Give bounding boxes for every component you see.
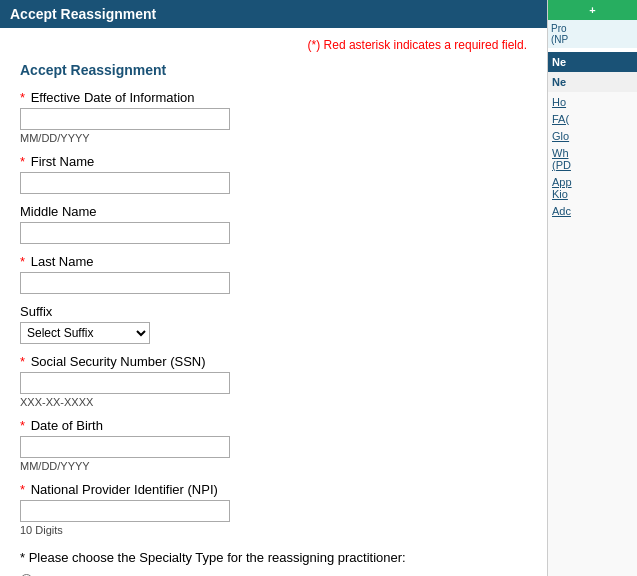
suffix-label: Suffix — [20, 304, 527, 319]
sidebar-link-adc[interactable]: Adc — [552, 205, 633, 217]
ssn-input[interactable] — [20, 372, 230, 394]
suffix-group: Suffix Select Suffix Jr. Sr. II III IV — [20, 304, 527, 344]
dob-hint: MM/DD/YYYY — [20, 460, 527, 472]
middle-name-input[interactable] — [20, 222, 230, 244]
sidebar-link-ho[interactable]: Ho — [552, 96, 633, 108]
last-name-label: * Last Name — [20, 254, 527, 269]
sidebar-add-button[interactable]: + — [548, 0, 637, 20]
sidebar-news-label: Ne — [548, 72, 637, 92]
sidebar-link-faq[interactable]: FA( — [552, 113, 633, 125]
specialty-section: * Please choose the Specialty Type for t… — [20, 550, 527, 576]
dob-input[interactable] — [20, 436, 230, 458]
ssn-label: * Social Security Number (SSN) — [20, 354, 527, 369]
last-name-input[interactable] — [20, 272, 230, 294]
effective-date-label: * Effective Date of Information — [20, 90, 527, 105]
right-sidebar: + Pro(NP Ne Ne Ho FA( Glo Wh(PD AppKio A… — [547, 0, 637, 576]
effective-date-input[interactable] — [20, 108, 230, 130]
sidebar-link-app[interactable]: AppKio — [552, 176, 633, 200]
main-content: Accept Reassignment (*) Red asterisk ind… — [0, 0, 547, 576]
sidebar-pro-npi: Pro(NP — [548, 20, 637, 48]
effective-date-hint: MM/DD/YYYY — [20, 132, 527, 144]
required-star-ssn: * — [20, 354, 25, 369]
middle-name-group: Middle Name — [20, 204, 527, 244]
suffix-select[interactable]: Select Suffix Jr. Sr. II III IV — [20, 322, 150, 344]
page-header: Accept Reassignment — [0, 0, 547, 28]
required-star-effective: * — [20, 90, 25, 105]
page-title: Accept Reassignment — [10, 6, 156, 22]
effective-date-group: * Effective Date of Information MM/DD/YY… — [20, 90, 527, 144]
last-name-group: * Last Name — [20, 254, 527, 294]
ssn-group: * Social Security Number (SSN) XXX-XX-XX… — [20, 354, 527, 408]
required-star-lastname: * — [20, 254, 25, 269]
required-star-npi: * — [20, 482, 25, 497]
required-star-firstname: * — [20, 154, 25, 169]
middle-name-label: Middle Name — [20, 204, 527, 219]
npi-input[interactable] — [20, 500, 230, 522]
first-name-label: * First Name — [20, 154, 527, 169]
form-container: (*) Red asterisk indicates a required fi… — [0, 28, 547, 576]
dob-group: * Date of Birth MM/DD/YYYY — [20, 418, 527, 472]
first-name-input[interactable] — [20, 172, 230, 194]
sidebar-links-container: Ho FA( Glo Wh(PD AppKio Adc — [548, 92, 637, 576]
sidebar-blue-section: Ne — [548, 52, 637, 72]
required-note: (*) Red asterisk indicates a required fi… — [20, 38, 527, 52]
npi-label: * National Provider Identifier (NPI) — [20, 482, 527, 497]
npi-hint: 10 Digits — [20, 524, 527, 536]
ssn-hint: XXX-XX-XXXX — [20, 396, 527, 408]
first-name-group: * First Name — [20, 154, 527, 194]
form-section-title: Accept Reassignment — [20, 62, 527, 78]
npi-group: * National Provider Identifier (NPI) 10 … — [20, 482, 527, 536]
sidebar-link-wh[interactable]: Wh(PD — [552, 147, 633, 171]
specialty-prompt: * Please choose the Specialty Type for t… — [20, 550, 527, 565]
dob-label: * Date of Birth — [20, 418, 527, 433]
required-star-dob: * — [20, 418, 25, 433]
sidebar-link-glo[interactable]: Glo — [552, 130, 633, 142]
